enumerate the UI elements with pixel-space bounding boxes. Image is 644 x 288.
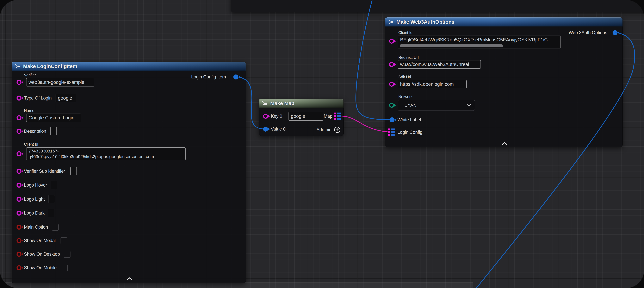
- description-input[interactable]: [50, 127, 57, 135]
- input-pin-client-id[interactable]: [16, 151, 24, 156]
- node-make-map[interactable]: Make Map Key 0 google Value 0 Map Add pi…: [259, 99, 344, 136]
- output-pin-label-map: Map: [324, 114, 332, 119]
- name-input[interactable]: Google Custom Login: [26, 114, 81, 122]
- add-pin-button[interactable]: Add pin: [316, 126, 340, 133]
- pin-label-show-on-mobile: Show On Mobile: [24, 265, 56, 270]
- show-on-desktop-checkbox[interactable]: [64, 251, 70, 258]
- node-title: Make Map: [270, 100, 294, 106]
- pin-label-sdk-url: Sdk Url: [398, 75, 411, 79]
- key-0-value: google: [291, 113, 305, 119]
- output-pin-label: Login Config Item: [191, 74, 226, 80]
- node-title: Make LoginConfigItem: [23, 63, 77, 69]
- wire-offscreen-to-white-label[interactable]: [356, 0, 390, 120]
- pin-label-verifier: Verifier: [24, 73, 36, 77]
- node-make-web3authoptions[interactable]: Make Web3AuthOptions Client Id Web 3Auth…: [385, 17, 623, 147]
- redirect-url-value: w3a://com.w3a.Web3AuthUnreal: [400, 62, 469, 67]
- sdk-url-value: https://sdk.openlogin.com: [400, 81, 454, 87]
- verifier-sub-identifier-input[interactable]: [70, 167, 77, 175]
- client-id-scrollbar[interactable]: [400, 44, 503, 47]
- type-of-login-value: google: [58, 95, 72, 101]
- pin-label-description: Description: [24, 129, 46, 134]
- pin-label-logo-dark: Logo Dark: [24, 210, 44, 216]
- logo-light-input[interactable]: [48, 195, 55, 203]
- make-map-icon: [262, 101, 268, 106]
- input-pin-show-on-desktop[interactable]: [16, 252, 24, 257]
- input-pin-redirect-url[interactable]: [389, 62, 396, 67]
- input-pin-client-id[interactable]: [389, 39, 396, 44]
- node-header-make-loginconfigitem[interactable]: Make LoginConfigItem: [12, 62, 246, 71]
- blueprint-canvas[interactable]: Make LoginConfigItem Login Config Item V…: [0, 0, 644, 288]
- input-pin-white-label[interactable]: [390, 117, 397, 122]
- pin-label-logo-light: Logo Light: [24, 196, 45, 202]
- network-value: CYAN: [404, 103, 416, 108]
- make-struct-icon: [15, 64, 20, 69]
- pin-label-type-of-login: Type Of Login: [24, 95, 52, 101]
- verifier-value: web3auth-google-example: [28, 80, 84, 85]
- node-header-make-web3authoptions[interactable]: Make Web3AuthOptions: [385, 18, 622, 27]
- pin-label-key-0: Key 0: [271, 114, 282, 119]
- key-0-input[interactable]: google: [288, 112, 323, 121]
- node-header-make-map[interactable]: Make Map: [259, 99, 344, 108]
- show-on-modal-checkbox[interactable]: [60, 237, 67, 244]
- input-pin-key-0[interactable]: [263, 114, 270, 119]
- add-pin-label: Add pin: [316, 127, 332, 132]
- type-of-login-input[interactable]: google: [56, 94, 76, 102]
- pin-label-redirect-url: Redirect Url: [398, 55, 419, 60]
- verifier-input[interactable]: web3auth-google-example: [26, 78, 94, 87]
- input-pin-logo-light[interactable]: [16, 197, 24, 202]
- pin-label-value-0: Value 0: [271, 126, 286, 132]
- input-pin-verifier-sub-identifier[interactable]: [16, 169, 24, 174]
- input-pin-logo-hover[interactable]: [16, 183, 24, 188]
- node-make-loginconfigitem[interactable]: Make LoginConfigItem Login Config Item V…: [12, 62, 246, 283]
- input-pin-type-of-login[interactable]: [16, 96, 24, 101]
- pin-label-network: Network: [398, 95, 412, 99]
- input-pin-login-config[interactable]: [388, 129, 396, 136]
- input-pin-sdk-url[interactable]: [389, 82, 396, 87]
- input-pin-logo-dark[interactable]: [16, 211, 24, 215]
- plus-circle-icon: [334, 126, 340, 133]
- node-title: Make Web3AuthOptions: [396, 19, 454, 25]
- input-pin-description[interactable]: [16, 129, 24, 134]
- input-pin-network[interactable]: [389, 103, 396, 108]
- chevron-up-icon[interactable]: [127, 277, 132, 280]
- client-id-input[interactable]: BEglQSgt4cUWcj6SKRdu5QkOXTsePmMcusG5EAoy…: [398, 36, 560, 49]
- input-pin-show-on-mobile[interactable]: [16, 265, 24, 270]
- logo-hover-input[interactable]: [50, 181, 57, 189]
- pin-label-white-label: White Label: [398, 117, 421, 123]
- output-pin-label: Web 3Auth Options: [569, 30, 607, 35]
- input-pin-value-0[interactable]: [263, 127, 270, 132]
- offscreen-node-edge: [231, 0, 644, 12]
- input-pin-verifier[interactable]: [16, 80, 24, 85]
- chevron-up-icon[interactable]: [502, 142, 507, 145]
- pin-label-show-on-desktop: Show On Desktop: [24, 251, 60, 257]
- network-dropdown[interactable]: CYAN: [398, 100, 475, 111]
- show-on-mobile-checkbox[interactable]: [61, 264, 68, 271]
- wire-map-to-login-config[interactable]: [342, 116, 389, 132]
- client-id-value-line2: q463s7kpvja16l4l0kko3nb925ikds2p.apps.go…: [28, 154, 154, 159]
- name-value: Google Custom Login: [28, 115, 74, 121]
- input-pin-show-on-modal[interactable]: [16, 238, 24, 243]
- chevron-down-icon: [467, 104, 471, 107]
- output-pin-map[interactable]: [334, 113, 342, 120]
- pin-label-client-id: Client Id: [24, 142, 38, 147]
- main-option-checkbox[interactable]: [52, 224, 59, 231]
- logo-dark-input[interactable]: [48, 209, 54, 217]
- sdk-url-input[interactable]: https://sdk.openlogin.com: [398, 80, 466, 88]
- pin-label-verifier-sub-identifier: Verifier Sub Identifier: [24, 169, 65, 174]
- comment-box-edge: [0, 282, 473, 288]
- client-id-value: BEglQSgt4cUWcj6SKRdu5QkOXTsePmMcusG5EAoy…: [400, 37, 548, 43]
- make-struct-icon: [388, 20, 394, 24]
- input-pin-main-option[interactable]: [16, 225, 24, 230]
- pin-label-name: Name: [24, 108, 34, 113]
- pin-label-logo-hover: Logo Hover: [24, 182, 47, 188]
- pin-label-client-id: Client Id: [398, 31, 412, 35]
- pin-label-show-on-modal: Show On Modal: [24, 238, 56, 243]
- pin-label-main-option: Main Option: [24, 224, 48, 230]
- input-pin-name[interactable]: [16, 115, 24, 120]
- client-id-value-line1: 774338308167-: [28, 148, 59, 154]
- client-id-input[interactable]: 774338308167- q463s7kpvja16l4l0kko3nb925…: [26, 147, 186, 160]
- pin-label-login-config: Login Config: [398, 130, 422, 135]
- redirect-url-input[interactable]: w3a://com.w3a.Web3AuthUnreal: [398, 60, 481, 69]
